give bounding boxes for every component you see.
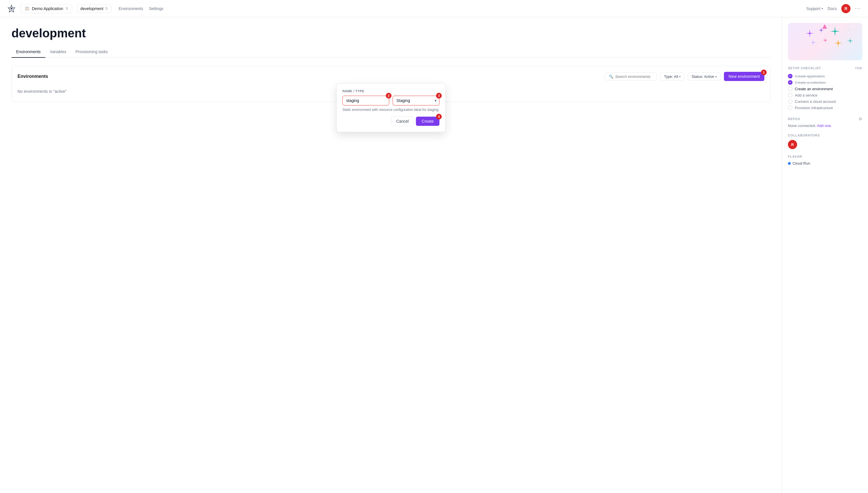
- repos-header: REPOS ⚙: [788, 116, 862, 121]
- repos-text: None connected. Add one.: [788, 124, 862, 128]
- filter-status-label: Status: Active: [691, 74, 714, 79]
- docs-link[interactable]: Docs: [827, 6, 837, 11]
- cancel-button[interactable]: Cancel: [391, 116, 414, 126]
- checklist-item-connect-cloud: Connect a cloud account: [788, 98, 862, 105]
- popup-field-label: NAME / TYPE: [342, 89, 439, 93]
- tab-environments[interactable]: Environments: [12, 47, 45, 58]
- env-name-input[interactable]: [342, 96, 389, 105]
- sidebar: SETUP CHECKLIST Hide Create application …: [782, 17, 868, 493]
- checklist-section-label: SETUP CHECKLIST Hide: [788, 66, 862, 70]
- sparkle-yellow-icon: [834, 39, 842, 47]
- repos-label: REPOS: [788, 117, 800, 121]
- header: 📋 Demo Application ⇅ development ⇅ Envir…: [0, 0, 868, 17]
- check-todo-icon-2: [788, 99, 793, 104]
- flavor-name: Cloud Run: [793, 161, 810, 166]
- checklist-item-provision: Provision infrastructure: [788, 105, 862, 111]
- svg-marker-1: [822, 24, 827, 29]
- new-environment-button[interactable]: New environment 1: [724, 72, 764, 81]
- create-button[interactable]: Create 4: [416, 116, 439, 126]
- sparkle-lt-purple-icon: [809, 39, 817, 46]
- more-menu-button[interactable]: ···: [855, 5, 861, 12]
- setup-checklist: SETUP CHECKLIST Hide Create application …: [788, 66, 862, 111]
- svg-point-0: [10, 8, 12, 9]
- new-env-label: New environment: [729, 74, 760, 79]
- environments-panel: Environments 🔍 Type: All ▾ Status: Activ…: [12, 66, 770, 102]
- flavor-section: FLAVOR Cloud Run: [788, 155, 862, 166]
- nav-members[interactable]: Environments: [118, 6, 143, 11]
- name-field-badge: 2: [386, 93, 391, 99]
- check-todo-icon: [788, 93, 793, 98]
- new-env-badge: 1: [761, 69, 767, 75]
- repos-section: REPOS ⚙ None connected. Add one.: [788, 116, 862, 128]
- collaborators-label: COLLABORATORS: [788, 134, 862, 137]
- tabs: Environments Variables Provisioning task…: [12, 47, 770, 58]
- tab-provisioning-tasks[interactable]: Provisioning tasks: [71, 47, 113, 58]
- env-selector[interactable]: development ⇅: [77, 4, 112, 13]
- sparkle-pink-icon: [805, 29, 814, 38]
- status-chevron-icon: ▾: [715, 75, 717, 78]
- checklist-item-create-collection: Create a collection: [788, 79, 862, 86]
- checklist-item-create-application: Create application: [788, 73, 862, 79]
- env-selector-value: development: [81, 6, 103, 11]
- check-todo-icon-3: [788, 105, 793, 110]
- nav-settings[interactable]: Settings: [149, 6, 164, 11]
- search-input[interactable]: [615, 74, 653, 79]
- tab-variables[interactable]: Variables: [45, 47, 71, 58]
- env-panel-title: Environments: [18, 74, 602, 79]
- filter-status-button[interactable]: Status: Active ▾: [688, 72, 721, 81]
- popup-actions: Cancel Create 4: [342, 116, 439, 126]
- decorative-banner: [788, 23, 862, 60]
- sparkle-white-icon: [845, 25, 853, 33]
- filter-type-button[interactable]: Type: All ▾: [660, 72, 684, 81]
- env-panel-header: Environments 🔍 Type: All ▾ Status: Activ…: [18, 72, 764, 81]
- support-chevron: ▾: [822, 7, 823, 10]
- flavor-label: FLAVOR: [788, 155, 862, 158]
- create-label: Create: [422, 119, 434, 124]
- gear-icon[interactable]: ⚙: [859, 116, 862, 121]
- app-name: Demo Application: [32, 6, 63, 11]
- env-selector-chevron: ⇅: [105, 7, 108, 10]
- create-badge: 4: [436, 114, 442, 120]
- header-nav: Environments Settings: [118, 6, 163, 11]
- support-label: Support: [806, 6, 820, 11]
- check-done-icon-2: [788, 80, 793, 85]
- search-box[interactable]: 🔍: [605, 72, 657, 81]
- header-right: Support ▾ Docs R ···: [806, 4, 861, 13]
- sparkle-top-pink-icon: [822, 24, 827, 29]
- type-field-badge: 3: [436, 93, 442, 99]
- app-selector[interactable]: 📋 Demo Application ⇅: [21, 4, 72, 13]
- add-repo-link[interactable]: Add one.: [817, 124, 832, 128]
- main-content: development Environments Variables Provi…: [0, 17, 782, 493]
- check-done-icon: [788, 74, 793, 79]
- type-chevron-icon: ▾: [679, 75, 681, 78]
- checklist-item-create-environment: Create an environment: [788, 86, 862, 92]
- hide-checklist-button[interactable]: Hide: [855, 66, 862, 70]
- flavor-dot-icon: [788, 162, 791, 165]
- check-active-icon: [788, 86, 793, 91]
- env-type-select[interactable]: Staging Production Development Preview: [393, 96, 439, 105]
- logo-icon: [7, 4, 16, 13]
- sparkle-pink2-icon: [822, 37, 828, 43]
- page-title: development: [12, 26, 770, 40]
- search-icon: 🔍: [609, 74, 613, 79]
- filter-type-label: Type: All: [664, 74, 678, 79]
- sparkle-teal2-icon: [847, 37, 854, 44]
- app-selector-chevron: ⇅: [65, 7, 68, 10]
- flavor-item: Cloud Run: [788, 161, 862, 166]
- layout: development Environments Variables Provi…: [0, 17, 868, 493]
- popup-fields: 2 3 Staging Production Development Previ…: [342, 96, 439, 105]
- name-field-wrapper: 2: [342, 96, 389, 105]
- collaborators-section: COLLABORATORS R: [788, 134, 862, 149]
- app-icon: 📋: [24, 6, 29, 11]
- popup-hint: Static environment with resource configu…: [342, 108, 439, 112]
- create-environment-popup: NAME / TYPE 2 3 Staging Production Devel…: [336, 83, 446, 132]
- support-button[interactable]: Support ▾: [806, 6, 823, 11]
- sparkle-teal-icon: [829, 26, 841, 37]
- type-field-wrapper: 3 Staging Production Development Preview: [393, 96, 439, 105]
- checklist-item-add-service: Add a service: [788, 92, 862, 98]
- avatar: R: [841, 4, 850, 13]
- collaborator-avatar: R: [788, 140, 797, 149]
